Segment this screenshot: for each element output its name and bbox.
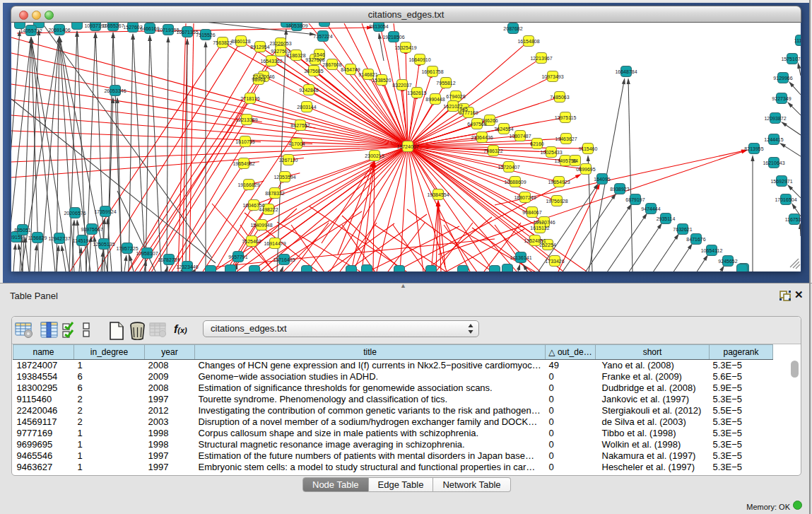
svg-text:19654982: 19654982 <box>233 161 254 166</box>
svg-text:10958107: 10958107 <box>136 251 158 256</box>
svg-text:23226053: 23226053 <box>269 41 291 46</box>
svg-text:9327508: 9327508 <box>305 57 324 62</box>
svg-text:9474444: 9474444 <box>641 206 660 211</box>
svg-text:9227349: 9227349 <box>772 96 791 101</box>
svg-text:1538520: 1538520 <box>372 78 391 83</box>
svg-text:12353594: 12353594 <box>273 175 295 180</box>
svg-text:746266: 746266 <box>481 118 498 123</box>
svg-text:1244415: 1244415 <box>764 137 783 142</box>
svg-text:0899695: 0899695 <box>576 167 595 172</box>
svg-text:2300213: 2300213 <box>365 153 384 158</box>
svg-text:9084067: 9084067 <box>522 210 541 215</box>
svg-text:15692971: 15692971 <box>770 179 792 184</box>
svg-text:62160: 62160 <box>530 141 544 146</box>
svg-text:17957225: 17957225 <box>116 246 138 251</box>
svg-text:2935114: 2935114 <box>657 216 676 221</box>
svg-text:10654112: 10654112 <box>701 248 723 253</box>
svg-text:7955812: 7955812 <box>436 81 455 86</box>
svg-text:16782759: 16782759 <box>158 257 180 262</box>
svg-text:9129966: 9129966 <box>773 76 792 81</box>
svg-text:4498222: 4498222 <box>259 207 278 212</box>
svg-text:16640910: 16640910 <box>408 57 430 62</box>
svg-text:1362615: 1362615 <box>407 90 426 95</box>
svg-text:14136141: 14136141 <box>510 255 531 260</box>
svg-text:10025433: 10025433 <box>540 150 562 155</box>
svg-text:39159: 39159 <box>11 235 23 240</box>
svg-text:19166829: 19166829 <box>237 182 259 187</box>
svg-text:12213389: 12213389 <box>235 117 257 122</box>
svg-text:19756928: 19756928 <box>546 199 567 204</box>
svg-text:20206576: 20206576 <box>64 211 86 216</box>
svg-text:17359924: 17359924 <box>94 209 116 214</box>
svg-text:12323446: 12323446 <box>176 264 198 269</box>
svg-text:18724007: 18724007 <box>396 144 418 149</box>
svg-text:84: 84 <box>572 158 578 163</box>
svg-text:93975667: 93975667 <box>81 227 102 232</box>
svg-text:16053809: 16053809 <box>286 23 307 28</box>
svg-text:8322037: 8322037 <box>392 83 411 88</box>
svg-text:20691406: 20691406 <box>48 28 70 33</box>
svg-text:8186328: 8186328 <box>286 53 305 58</box>
svg-text:417004: 417004 <box>288 141 305 146</box>
svg-text:6879197: 6879197 <box>625 197 645 202</box>
svg-text:12942737: 12942737 <box>48 236 70 241</box>
svg-text:1733426: 1733426 <box>545 259 564 264</box>
svg-text:9242848: 9242848 <box>299 88 318 93</box>
svg-text:21364436: 21364436 <box>471 135 493 140</box>
svg-text:2803144: 2803144 <box>297 105 316 110</box>
svg-text:3624554: 3624554 <box>494 127 513 132</box>
svg-text:15325419: 15325419 <box>394 45 416 50</box>
svg-text:8860128: 8860128 <box>231 39 250 44</box>
svg-text:12975115: 12975115 <box>555 115 577 120</box>
svg-text:252254: 252254 <box>539 243 555 247</box>
svg-text:10807487: 10807487 <box>509 134 531 139</box>
svg-text:17016504: 17016504 <box>775 197 796 202</box>
svg-text:11121: 11121 <box>794 38 801 43</box>
svg-text:10973493: 10973493 <box>541 74 563 79</box>
svg-text:3875685: 3875685 <box>304 69 323 74</box>
svg-text:1167534: 1167534 <box>785 217 801 222</box>
svg-text:1145194: 1145194 <box>73 238 92 243</box>
svg-text:8454749: 8454749 <box>341 67 360 72</box>
svg-text:10688609: 10688609 <box>504 180 526 185</box>
svg-text:8938923: 8938923 <box>610 187 629 192</box>
svg-text:16210643: 16210643 <box>763 160 784 165</box>
svg-text:19463627: 19463627 <box>555 136 577 141</box>
svg-text:6794028: 6794028 <box>446 94 465 99</box>
svg-text:16120746: 16120746 <box>533 220 555 225</box>
svg-text:19384554: 19384554 <box>427 192 449 197</box>
svg-text:12093872: 12093872 <box>764 116 786 121</box>
svg-text:9657791: 9657791 <box>228 255 247 259</box>
svg-text:8990448: 8990448 <box>425 97 445 102</box>
svg-text:98963: 98963 <box>252 77 266 82</box>
svg-text:9245652: 9245652 <box>718 259 737 264</box>
svg-text:19218506: 19218506 <box>382 35 404 40</box>
svg-text:7515526: 7515526 <box>196 33 215 37</box>
svg-text:1546: 1546 <box>314 52 325 57</box>
svg-text:9777169: 9777169 <box>459 110 478 115</box>
svg-text:26053346: 26053346 <box>104 88 126 93</box>
svg-text:8912954: 8912954 <box>250 45 269 49</box>
svg-text:2087682: 2087682 <box>503 26 522 31</box>
svg-text:19654923: 19654923 <box>548 180 570 185</box>
svg-text:9115460: 9115460 <box>579 146 598 151</box>
svg-text:7986322: 7986322 <box>483 148 502 153</box>
svg-text:16961758: 16961758 <box>421 69 443 74</box>
svg-text:16648784: 16648784 <box>615 69 637 74</box>
svg-text:2867608: 2867608 <box>322 62 341 67</box>
svg-text:8878332: 8878332 <box>265 191 284 196</box>
svg-text:1615132: 1615132 <box>530 226 549 230</box>
svg-text:15409948: 15409948 <box>250 223 272 228</box>
svg-text:1610755: 1610755 <box>235 139 254 144</box>
svg-text:8813054: 8813054 <box>369 24 388 29</box>
svg-text:7625402: 7625402 <box>242 239 261 244</box>
svg-text:15716485: 15716485 <box>273 257 295 262</box>
svg-text:7632621: 7632621 <box>673 227 692 232</box>
svg-text:3267110: 3267110 <box>279 158 298 163</box>
svg-text:8427552: 8427552 <box>290 123 310 128</box>
svg-text:16914479: 16914479 <box>264 241 286 246</box>
svg-text:8471676: 8471676 <box>686 237 705 242</box>
svg-text:16154808: 16154808 <box>517 39 539 44</box>
svg-text:2718176: 2718176 <box>240 96 259 101</box>
svg-text:12505135: 12505135 <box>93 242 114 247</box>
